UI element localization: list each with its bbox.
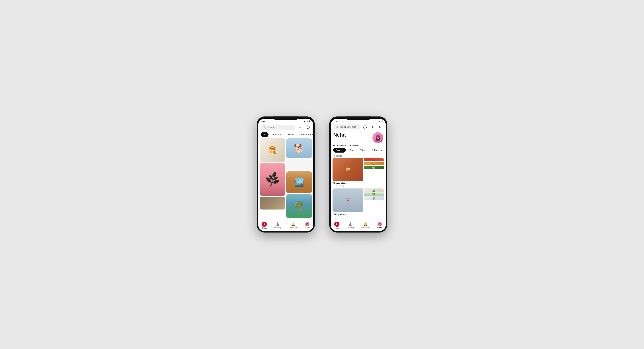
battery-icon-2: ▮ xyxy=(382,120,382,122)
board-cell-veggies: 🥗 xyxy=(364,166,384,169)
person-icon-2 xyxy=(348,222,352,226)
status-time-2: 8:08 xyxy=(334,120,338,122)
status-bar-2: 8:08 ▲ ▲ ▮ xyxy=(331,119,386,123)
boards-list: 🌮 🍅 🍲 🥗 Dinner ideas 12 minutes ago 🪑 xyxy=(331,158,386,220)
search-input-1[interactable]: 🔍 Search xyxy=(261,125,296,130)
followers-count: 487 followers xyxy=(333,144,346,146)
board-room-grid: 🪑 🛋️ 🌿 🪴 xyxy=(332,188,384,212)
following-count: 224 following xyxy=(348,144,360,146)
wifi-icon-2: ▲ xyxy=(376,120,378,122)
nav-home-label-2: Home xyxy=(335,227,339,229)
nav-following-2[interactable]: Following xyxy=(347,222,354,229)
following-icon-2 xyxy=(348,222,352,226)
board-room-label: Living room xyxy=(332,213,384,215)
search-placeholder-1: Search xyxy=(267,126,274,129)
notifications-icon-wrap-2: 🔔 xyxy=(363,222,368,226)
nav-following-label-1: Following xyxy=(274,227,281,229)
nav-following-label-2: Following xyxy=(347,227,354,229)
board-dinner-ideas[interactable]: 🌮 🍅 🍲 🥗 Dinner ideas 12 minutes ago xyxy=(332,158,384,187)
masonry-col-left xyxy=(260,138,285,220)
pin-building[interactable] xyxy=(286,171,312,193)
plus-icon-2: + xyxy=(372,125,374,129)
profile-header: Neha 🧕 ✓ 487 followers · 224 following B… xyxy=(331,131,386,154)
nav-saved-label-1: Saved xyxy=(305,227,310,229)
board-cell-tomatoes: 🍅 xyxy=(364,158,384,161)
add-button-2[interactable]: + xyxy=(370,124,376,130)
board-living-room[interactable]: 🪑 🛋️ 🌿 🪴 Living room xyxy=(332,188,384,215)
nav-saved-2[interactable]: 🧕 Saved xyxy=(377,222,382,229)
bottom-nav-2: P Home Following 🔔 Notifications xyxy=(331,220,386,231)
pin-food[interactable] xyxy=(260,138,285,162)
pin-blank[interactable] xyxy=(286,159,312,170)
add-button-1[interactable]: + xyxy=(297,124,303,130)
board-cell-tacos: 🌮 xyxy=(332,158,363,181)
pin-plant[interactable] xyxy=(260,163,285,196)
phone-feed: 8:08 ▲ ▲ ▮ 🔍 Search + 💬 xyxy=(257,116,315,233)
message-icon-2: 💬 xyxy=(363,125,367,129)
avatar-2: 🧕 xyxy=(378,222,382,226)
nav-home-label-1: Home xyxy=(262,227,267,229)
battery-icon: ▮ xyxy=(309,120,310,122)
nav-home-1[interactable]: P Home xyxy=(262,222,267,229)
nav-saved-label-2: Saved xyxy=(377,227,382,229)
signal-icon-2: ▲ xyxy=(379,120,381,122)
category-tabs-1: All Recipes Decor Fashion insp xyxy=(258,132,313,138)
profile-tabs: Boards Pins Tried Followers xyxy=(333,148,383,153)
profile-search-input[interactable]: 🔍 Search your pins xyxy=(333,124,360,130)
tab-decor[interactable]: Decor xyxy=(286,132,297,137)
board-dinner-time: 12 minutes ago xyxy=(332,185,384,187)
status-time-1: 8:08 xyxy=(262,120,266,122)
nav-following-1[interactable]: Following xyxy=(274,222,281,229)
gear-icon: ⚙ xyxy=(379,125,382,129)
profile-stats: 487 followers · 224 following xyxy=(333,144,383,146)
wifi-icon: ▲ xyxy=(304,120,306,122)
following-icon-1 xyxy=(276,222,280,226)
pinterest-logo-2: P xyxy=(334,222,340,227)
notifications-icon-wrap-1: 🔔 xyxy=(291,222,295,226)
nav-home-2[interactable]: P Home xyxy=(334,222,340,229)
stats-dot: · xyxy=(346,144,347,146)
tab-pins[interactable]: Pins xyxy=(347,148,356,153)
phone-profile: 8:08 ▲ ▲ ▮ 🔍 Search your pins 💬 + xyxy=(329,116,387,233)
tab-recipes[interactable]: Recipes xyxy=(270,132,284,137)
masonry-col-right xyxy=(286,138,312,220)
tab-tried[interactable]: Tried xyxy=(358,148,368,153)
tab-fashion[interactable]: Fashion insp xyxy=(298,132,313,137)
status-bar-1: 8:08 ▲ ▲ ▮ xyxy=(258,119,313,123)
nav-saved-1[interactable]: 👩 Saved xyxy=(305,222,310,229)
bell-icon-1: 🔔 xyxy=(291,222,295,226)
nav-notifications-label-1: Notifications xyxy=(289,227,298,229)
verified-badge: ✓ xyxy=(380,140,383,143)
message-button-1[interactable]: 💬 xyxy=(304,124,311,130)
status-icons-1: ▲ ▲ ▮ xyxy=(304,120,310,122)
profile-name: Neha xyxy=(333,132,346,138)
nav-notifications-1[interactable]: 🔔 Notifications xyxy=(289,222,298,229)
pinterest-logo-1: P xyxy=(262,222,267,227)
tab-boards[interactable]: Boards xyxy=(333,148,346,153)
tab-followers[interactable]: Followers xyxy=(369,148,384,153)
pin-dog[interactable] xyxy=(286,138,312,158)
saved-icon-1: 👩 xyxy=(305,222,310,226)
scene: 8:08 ▲ ▲ ▮ 🔍 Search + 💬 xyxy=(250,109,394,240)
profile-avatar[interactable]: 🧕 ✓ xyxy=(372,132,383,143)
person-icon-1 xyxy=(276,222,280,226)
bottom-nav-1: P Home Following 🔔 Notifications xyxy=(258,220,313,231)
board-cell-sofa: 🛋️ xyxy=(364,188,384,192)
saved-icon-2: 🧕 xyxy=(378,222,382,226)
phone1-screen: 8:08 ▲ ▲ ▮ 🔍 Search + 💬 xyxy=(258,119,313,231)
search-icon-1: 🔍 xyxy=(263,126,266,129)
nav-notifications-2[interactable]: 🔔 Notifications xyxy=(361,222,370,229)
tab-all[interactable]: All xyxy=(261,132,268,137)
message-icon-1: 💬 xyxy=(306,125,310,129)
board-dinner-grid: 🌮 🍅 🍲 🥗 xyxy=(332,158,384,181)
pin-palm[interactable] xyxy=(286,194,312,218)
board-cell-stool: 🪑 xyxy=(332,188,363,212)
board-dinner-label: Dinner ideas xyxy=(332,182,384,185)
pin-ground[interactable] xyxy=(260,197,285,209)
search-icon-2: 🔍 xyxy=(336,126,338,128)
settings-button[interactable]: ⚙ xyxy=(377,124,383,130)
message-button-2[interactable]: 💬 xyxy=(362,124,368,130)
bell-icon-2: 🔔 xyxy=(364,222,368,226)
search-bar-1: 🔍 Search + 💬 xyxy=(258,123,313,132)
profile-top: Neha 🧕 ✓ xyxy=(333,132,383,143)
